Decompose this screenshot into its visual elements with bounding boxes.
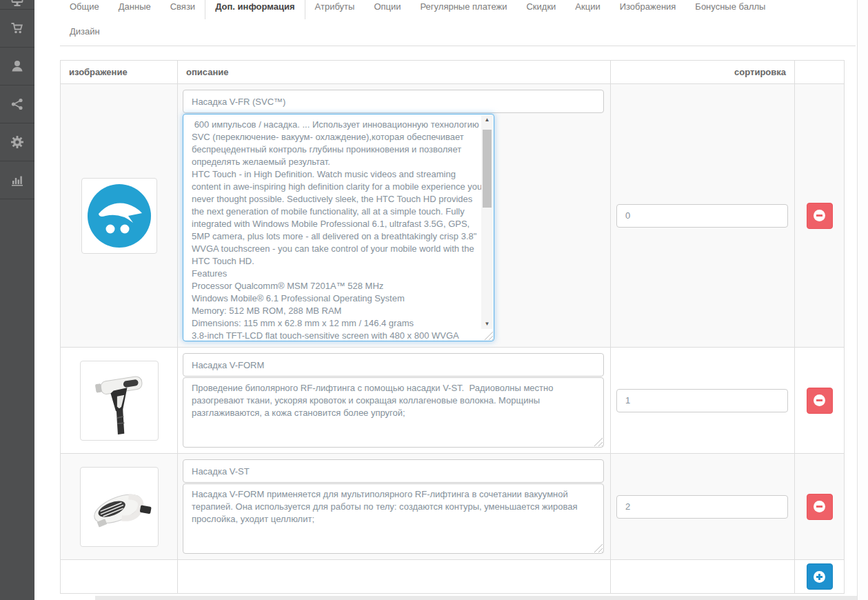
remove-row-button[interactable] <box>807 203 833 229</box>
admin-sidebar <box>0 0 34 600</box>
column-header-image: изображение <box>61 61 178 84</box>
tab-discounts[interactable]: Скидки <box>516 0 565 19</box>
tab-additional-info[interactable]: Доп. информация <box>205 0 305 19</box>
tab-general[interactable]: Общие <box>60 0 109 19</box>
image-title-input[interactable] <box>183 90 604 113</box>
tab-reward-points[interactable]: Бонусные баллы <box>685 0 775 19</box>
tab-options[interactable]: Опции <box>364 0 410 19</box>
sidebar-item-settings[interactable] <box>0 123 34 161</box>
sidebar-item-reports[interactable] <box>0 161 34 199</box>
tab-data[interactable]: Данные <box>109 0 161 19</box>
plus-circle-icon <box>814 571 825 583</box>
image-thumbnail-button[interactable] <box>80 361 159 441</box>
dashboard-icon <box>10 0 24 8</box>
opencart-logo-image <box>85 181 154 250</box>
image-description-textarea[interactable]: Насадка V-FORM применяется для мультипол… <box>183 483 604 554</box>
additional-info-table: изображение описание сортировка <box>60 60 845 594</box>
remove-row-button[interactable] <box>807 494 833 520</box>
sort-order-input[interactable] <box>616 204 788 228</box>
image-title-input[interactable] <box>183 353 604 377</box>
minus-circle-icon <box>814 501 825 512</box>
main-content: Общие Данные Связи Доп. информация Атриб… <box>34 0 868 600</box>
table-row: 600 импульсов / насадка. ... Использует … <box>61 84 845 348</box>
tab-design[interactable]: Дизайн <box>60 19 110 43</box>
scroll-up-icon[interactable]: ▲ <box>481 115 493 125</box>
image-thumbnail-button[interactable] <box>80 467 159 547</box>
sort-order-input[interactable] <box>616 495 788 519</box>
table-header-row: изображение описание сортировка <box>61 61 845 84</box>
image-description-textarea[interactable]: 600 импульсов / насадка. ... Использует … <box>183 114 494 341</box>
share-icon <box>10 97 24 111</box>
column-header-action <box>795 61 845 84</box>
image-description-textarea[interactable]: Проведение биполярного RF-лифтинга с пом… <box>183 377 604 448</box>
column-header-sort: сортировка <box>611 61 795 84</box>
scroll-down-icon[interactable]: ▼ <box>481 319 493 329</box>
handpiece-v-form-image <box>83 364 155 437</box>
chart-icon <box>10 173 24 187</box>
product-tabs: Общие Данные Связи Доп. информация Атриб… <box>60 0 856 19</box>
handpiece-v-st-image <box>83 470 155 543</box>
add-row-button[interactable] <box>807 563 833 590</box>
sidebar-item-marketing[interactable] <box>0 86 34 123</box>
sidebar-item-dashboard[interactable] <box>0 0 34 10</box>
table-row: Насадка V-FORM применяется для мультипол… <box>61 454 845 560</box>
page-background-strip <box>95 596 857 600</box>
sidebar-item-customers[interactable] <box>0 48 34 86</box>
table-footer-row <box>61 560 845 594</box>
textarea-scrollbar[interactable]: ▲ ▼ <box>481 115 493 329</box>
sidebar-item-catalog[interactable] <box>0 10 34 48</box>
product-tabs-row2: Дизайн <box>60 19 856 46</box>
tab-recurring[interactable]: Регулярные платежи <box>411 0 517 19</box>
image-thumbnail-button[interactable] <box>81 178 157 254</box>
cart-icon <box>10 21 24 35</box>
scrollbar-thumb[interactable] <box>483 130 492 208</box>
gear-icon <box>10 135 24 149</box>
image-title-input[interactable] <box>183 459 604 483</box>
minus-circle-icon <box>814 394 825 406</box>
remove-row-button[interactable] <box>807 388 833 414</box>
tab-attributes[interactable]: Атрибуты <box>305 0 365 19</box>
page-scrollbar-gutter[interactable] <box>857 0 868 600</box>
user-icon <box>10 59 24 73</box>
tab-images[interactable]: Изображения <box>610 0 686 19</box>
table-row: Проведение биполярного RF-лифтинга с пом… <box>61 348 845 454</box>
sort-order-input[interactable] <box>616 389 788 412</box>
column-header-description: описание <box>178 61 611 84</box>
minus-circle-icon <box>814 210 825 221</box>
tab-links[interactable]: Связи <box>161 0 205 19</box>
tab-specials[interactable]: Акции <box>565 0 609 19</box>
